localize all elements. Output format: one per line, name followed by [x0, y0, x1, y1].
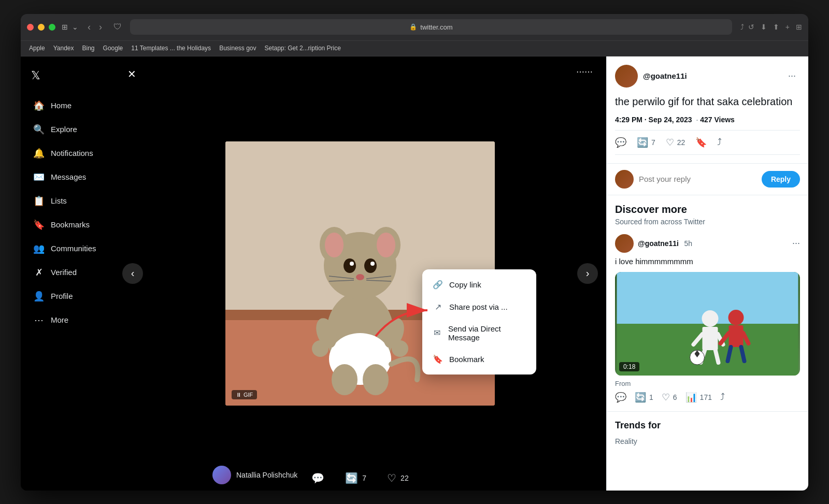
sidebar-item-verified[interactable]: ✗ Verified	[27, 262, 108, 283]
like-icon: ♡	[387, 472, 396, 484]
discover-like-action[interactable]: ♡ 6	[662, 392, 677, 403]
lists-icon: 📋	[33, 195, 45, 207]
pause-icon: ⏸	[236, 392, 241, 398]
tweet-more-button[interactable]: ···	[784, 68, 800, 83]
retweet-action-count: 7	[651, 138, 655, 147]
media-bottom-bar: 💬 🔄 7 ♡ 22	[114, 466, 606, 491]
retweet-action[interactable]: 🔄 7	[637, 137, 655, 148]
share-action-icon: ⤴	[717, 137, 722, 148]
bookmark-templates[interactable]: 11 Templates ... the Holidays	[131, 45, 211, 52]
sidebar-item-messages[interactable]: ✉️ Messages	[27, 166, 108, 188]
sidebar-item-home[interactable]: 🏠 Home	[27, 95, 108, 117]
red-arrow-svg	[370, 300, 433, 341]
discover-share-action[interactable]: ⤴	[720, 392, 725, 402]
sidebar-item-more[interactable]: ⋯ More	[27, 309, 108, 331]
new-tab-icon[interactable]: +	[785, 23, 790, 31]
close-button[interactable]: ✕	[122, 65, 141, 83]
sidebar-label-notifications: Notifications	[51, 149, 93, 157]
discover-retweet-action[interactable]: 🔄 1	[635, 392, 653, 403]
sidebar-item-communities[interactable]: 👥 Communities	[27, 238, 108, 260]
more-options-button[interactable]: ⋯⋯	[571, 65, 598, 79]
context-menu-item-share[interactable]: ↗ Share post via ...	[422, 296, 536, 318]
forward-button[interactable]: ›	[96, 21, 105, 34]
bookmark-business[interactable]: Business gov	[219, 45, 256, 52]
svg-point-29	[702, 310, 719, 327]
discover-username: @goatne11i	[638, 239, 679, 248]
reply-action[interactable]: 💬	[615, 137, 626, 148]
sidebar-chevron-icon[interactable]: ⌄	[72, 23, 78, 31]
grid-icon[interactable]: ⊞	[796, 23, 802, 31]
tweet-meta: 4:29 PM · Sep 24, 2023 · 427 Views	[615, 116, 800, 124]
discover-tweet-user: @goatne11i 5h	[615, 234, 692, 253]
sidebar-label-communities: Communities	[51, 244, 96, 253]
refresh-icon[interactable]: ↺	[748, 23, 754, 31]
trends-title: Trends for	[615, 420, 800, 431]
retweet-action-icon: 🔄	[637, 137, 648, 148]
bookmark-bing[interactable]: Bing	[82, 45, 95, 52]
svg-point-13	[356, 274, 364, 280]
share-post-label: Share post via ...	[449, 303, 508, 311]
sidebar-item-notifications[interactable]: 🔔 Notifications	[27, 142, 108, 164]
sidebar-toggle-area: ⊞ ⌄	[62, 23, 78, 31]
gif-container: ⏸ GIF 🔗 Copy link ↗ Share post via ...	[225, 141, 495, 406]
reply-input[interactable]	[639, 175, 756, 183]
bookmark-google[interactable]: Google	[103, 45, 123, 52]
title-bar: ⊞ ⌄ ‹ › 🛡 🔒 twitter.com ⤴ ↺ ⬇ ⬆ + ⊞	[21, 14, 808, 41]
discover-tweet: @goatne11i 5h ··· i love himmmmmmmm	[615, 234, 800, 403]
sidebar-label-more: More	[51, 315, 68, 324]
bookmark-action-icon: 🔖	[695, 137, 707, 148]
upload-icon[interactable]: ⬆	[773, 23, 779, 31]
bottom-like-action[interactable]: ♡ 22	[387, 472, 409, 484]
discover-more-button[interactable]: ···	[792, 238, 800, 249]
sidebar-toggle-icon[interactable]: ⊞	[62, 23, 68, 31]
like-action-count: 22	[677, 138, 685, 147]
back-button[interactable]: ‹	[84, 21, 94, 34]
minimize-traffic-light[interactable]	[38, 24, 45, 31]
download-icon[interactable]: ⬇	[761, 23, 767, 31]
sidebar-item-explore[interactable]: 🔍 Explore	[27, 119, 108, 140]
lock-icon: 🔒	[409, 23, 417, 31]
share-icon[interactable]: ⤴	[740, 23, 744, 31]
svg-point-9	[344, 258, 356, 273]
context-menu-item-dm[interactable]: ✉ Send via Direct Message	[422, 318, 536, 348]
discover-views-action[interactable]: 📊 171	[685, 392, 712, 403]
reply-button[interactable]: Reply	[762, 171, 800, 188]
maximize-traffic-light[interactable]	[49, 24, 55, 31]
tweet-header: @goatne11i ···	[615, 65, 800, 88]
context-menu-item-copy-link[interactable]: 🔗 Copy link	[422, 273, 536, 296]
bottom-retweet-action[interactable]: 🔄 7	[345, 472, 366, 484]
tweet-detail: @goatne11i ··· the perwilo gif for that …	[607, 56, 808, 164]
soccer-scene-svg	[615, 272, 800, 376]
discover-media-thumbnail[interactable]: 0:18	[615, 272, 800, 376]
discover-reply-action[interactable]: 💬	[615, 392, 626, 403]
bookmark-yandex[interactable]: Yandex	[53, 45, 74, 52]
discover-tweet-avatar	[615, 234, 634, 253]
sidebar-item-lists[interactable]: 📋 Lists	[27, 190, 108, 212]
tweet-author-names: @goatne11i	[643, 71, 687, 80]
like-count: 22	[401, 474, 409, 482]
discover-like-icon: ♡	[662, 392, 670, 403]
url-text: twitter.com	[420, 23, 452, 31]
sidebar-item-profile[interactable]: 👤 Profile	[27, 285, 108, 307]
bookmark-apple[interactable]: Apple	[29, 45, 45, 52]
like-action[interactable]: ♡ 22	[666, 137, 685, 148]
twitter-logo[interactable]: 𝕏	[27, 65, 108, 87]
share-action[interactable]: ⤴	[717, 137, 722, 148]
home-icon: 🏠	[33, 100, 45, 111]
context-menu-item-bookmark[interactable]: 🔖 Bookmark	[422, 348, 536, 370]
sidebar-item-bookmarks[interactable]: 🔖 Bookmarks	[27, 214, 108, 236]
bookmark-setapp[interactable]: Setapp: Get 2...ription Price	[265, 45, 341, 52]
sidebar-label-explore: Explore	[51, 125, 77, 134]
address-bar[interactable]: 🔒 twitter.com	[130, 19, 732, 35]
bottom-reply-action[interactable]: 💬	[311, 472, 324, 484]
prev-arrow[interactable]: ‹	[122, 263, 143, 284]
retweet-icon: 🔄	[345, 472, 358, 484]
discover-tweet-header: @goatne11i 5h ···	[615, 234, 800, 253]
sidebar-label-verified: Verified	[51, 268, 77, 277]
discover-views-count: 171	[700, 393, 712, 401]
close-traffic-light[interactable]	[27, 24, 34, 31]
tweet-text: the perwilo gif for that saka celebratio…	[615, 94, 800, 109]
next-arrow[interactable]: ›	[577, 263, 598, 284]
bookmark-action[interactable]: 🔖	[695, 137, 707, 148]
toolbar-right: ⬇ ⬆ + ⊞	[761, 23, 802, 31]
